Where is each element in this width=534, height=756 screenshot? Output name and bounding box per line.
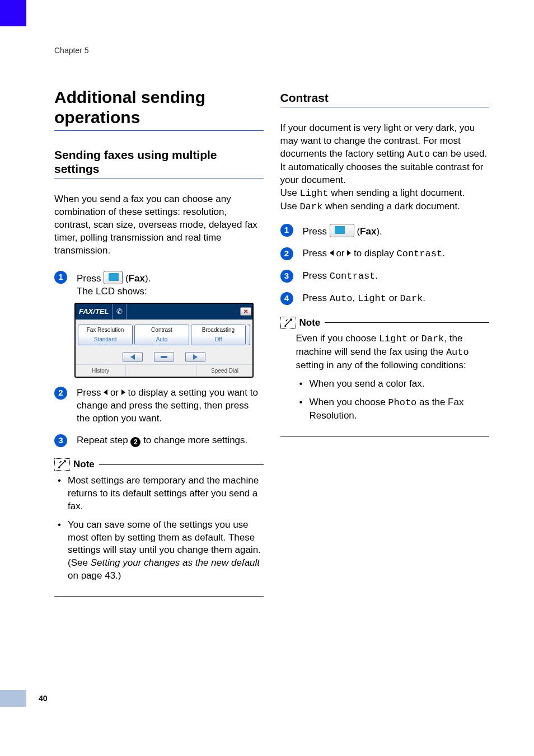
page-footer: 40 <box>0 690 48 707</box>
step-3: 3 Repeat step 2 to change more settings. <box>54 434 264 447</box>
note-text: Even if you choose Light or Dark, the ma… <box>280 332 490 378</box>
note-block: Note Even if you choose Light or Dark, t… <box>280 317 490 437</box>
step-1: 1 Press (Fax). <box>280 224 490 238</box>
step-2: 2 Press or to display Contrast. <box>280 247 490 261</box>
lcd-history-button: History <box>76 365 126 377</box>
lcd-setting-contrast: Contrast Auto <box>134 325 189 345</box>
note-block: Note Most settings are temporary and the… <box>54 458 264 597</box>
step-number-icon: 2 <box>54 387 67 400</box>
step-2: 2 Press or to display a setting you want… <box>54 387 264 425</box>
note-bullet: Most settings are temporary and the mach… <box>57 475 264 513</box>
subsection-heading: Sending faxes using multiple settings <box>54 148 264 179</box>
step-reference-icon: 2 <box>130 437 140 447</box>
lcd-arrow-center <box>154 352 174 362</box>
main-heading: Additional sending operations <box>54 87 264 131</box>
lcd-arrow-left <box>123 352 143 362</box>
chapter-label: Chapter 5 <box>54 46 489 55</box>
step-number-icon: 3 <box>54 434 67 447</box>
fax-icon <box>330 224 354 237</box>
arrow-right-icon <box>121 389 125 395</box>
step-number-icon: 1 <box>280 224 293 237</box>
note-bullet: You can save some of the settings you us… <box>57 519 264 583</box>
corner-decoration <box>0 0 26 26</box>
note-bullet: When you send a color fax. <box>298 378 490 391</box>
arrow-left-icon <box>330 250 334 256</box>
step-1: 1 Press (Fax). The LCD shows: FAX/TEL ✆ … <box>54 271 264 378</box>
page-number: 40 <box>26 694 48 703</box>
lcd-screenshot: FAX/TEL ✆ ✕ Fax Resolution Standard <box>74 303 254 378</box>
note-icon <box>280 317 296 329</box>
lcd-close-icon: ✕ <box>239 304 252 320</box>
intro-paragraph: When you send a fax you can choose any c… <box>54 193 264 257</box>
step-number-icon: 3 <box>280 270 293 283</box>
lcd-speed-dial-button: Speed Dial <box>196 365 252 377</box>
lcd-setting-broadcasting: Broadcasting Off <box>191 325 246 345</box>
contrast-paragraph: If your document is very light or very d… <box>280 122 490 214</box>
footer-decoration <box>0 690 26 707</box>
left-column: Additional sending operations Sending fa… <box>54 87 264 609</box>
subsection-heading: Contrast <box>280 87 490 107</box>
lcd-setting-resolution: Fax Resolution Standard <box>78 325 133 345</box>
step-number-icon: 4 <box>280 292 293 305</box>
fax-icon <box>104 271 123 284</box>
step-4: 4 Press Auto, Light or Dark. <box>280 292 490 306</box>
step-3: 3 Press Contrast. <box>280 270 490 283</box>
step-number-icon: 1 <box>54 271 67 284</box>
note-bullet: When you choose Photo as the Fax Resolut… <box>298 396 490 422</box>
right-column: Contrast If your document is very light … <box>280 87 490 609</box>
lcd-arrow-right <box>185 352 205 362</box>
step-number-icon: 2 <box>280 247 293 260</box>
phone-icon: ✆ <box>113 304 126 320</box>
lcd-mode-tab: FAX/TEL <box>76 304 112 320</box>
note-icon <box>54 458 70 471</box>
